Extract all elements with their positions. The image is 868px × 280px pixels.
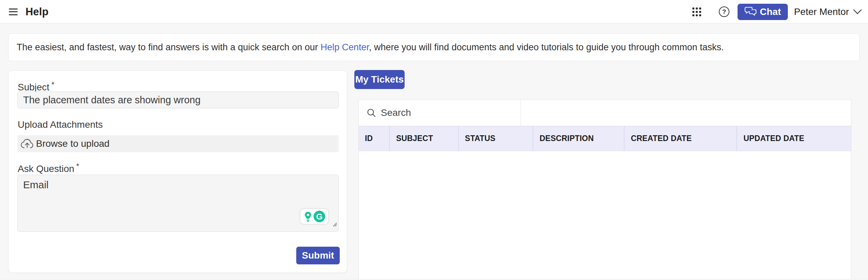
tickets-table: ID SUBJECT STATUS DESCRIPTION CREATED DA… [358,100,851,279]
question-mark-glyph: ? [722,8,726,16]
menu-icon[interactable] [9,8,18,15]
topbar-right: ? Chat Peter Mentor [692,4,862,20]
chat-button-label: Chat [760,6,781,17]
chevron-down-icon [853,9,862,15]
submit-button[interactable]: Submit [296,247,340,264]
required-marker: * [51,80,54,89]
user-name: Peter Mentor [794,6,849,17]
table-search-row [359,100,851,126]
subject-label: Subject* [18,80,54,93]
grammarly-icon: G [314,211,325,222]
topbar: Help ? Chat Peter Mentor [0,0,868,24]
question-textarea[interactable]: Email [17,175,339,232]
column-header-status[interactable]: STATUS [459,126,534,151]
search-icon [367,108,376,118]
banner-text: The easiest, and fastest, way to find an… [17,42,724,53]
cloud-upload-icon [20,137,35,150]
column-header-description[interactable]: DESCRIPTION [533,126,625,151]
chat-bubbles-icon [745,6,757,17]
column-header-id[interactable]: ID [359,126,390,151]
browse-to-upload-label: Browse to upload [36,138,109,149]
user-menu[interactable]: Peter Mentor [794,6,862,17]
topbar-left: Help [9,6,49,18]
ask-question-label: Ask Question* [18,162,79,174]
upload-attachments-label: Upload Attachments [18,119,103,130]
apps-grid-icon[interactable] [692,7,701,16]
help-center-link[interactable]: Help Center [320,42,369,52]
column-header-created-date[interactable]: CREATED DATE [625,126,738,151]
column-header-updated-date[interactable]: UPDATED DATE [737,126,851,151]
svg-text:G: G [316,212,322,221]
search-box[interactable] [359,100,521,126]
subject-input[interactable] [17,91,339,108]
page-title: Help [25,6,49,18]
resize-handle-icon[interactable] [332,222,337,227]
ticket-form-card: Subject* Upload Attachments Browse to up… [8,70,347,273]
chat-button[interactable]: Chat [738,4,788,20]
required-marker: * [76,162,79,170]
lightbulb-icon [304,211,312,222]
browse-to-upload-button[interactable]: Browse to upload [17,135,339,152]
search-input[interactable] [381,107,510,118]
info-banner: The easiest, and fastest, way to find an… [8,33,860,61]
page-bottom-divider [0,279,868,279]
help-icon[interactable]: ? [719,6,729,17]
column-header-subject[interactable]: SUBJECT [390,126,459,151]
table-body [359,151,851,279]
my-tickets-button[interactable]: My Tickets [354,70,405,89]
grammarly-widget[interactable]: G [300,209,328,224]
question-field-wrapper: Email G [17,175,339,232]
table-header: ID SUBJECT STATUS DESCRIPTION CREATED DA… [359,126,851,151]
help-page: Help ? Chat Peter Mentor [0,0,868,280]
